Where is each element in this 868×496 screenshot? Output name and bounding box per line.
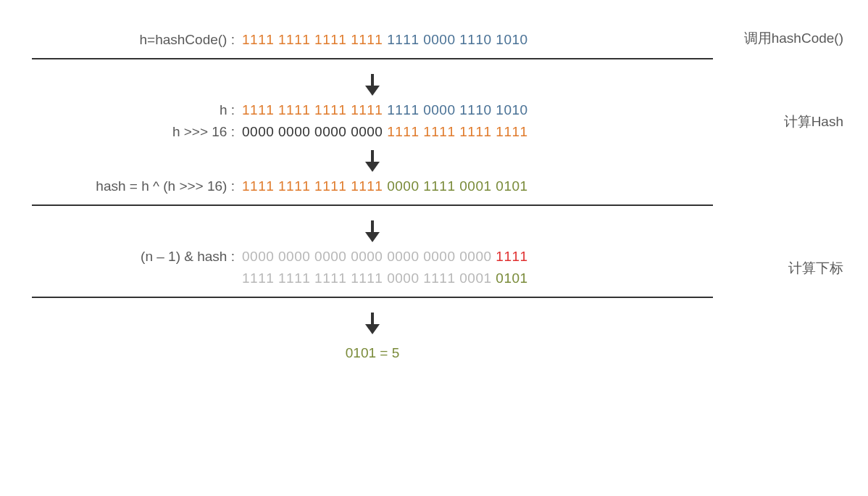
step2-h-bits-hi: 1111 1111 1111 1111 [242,102,387,117]
step4-hash-row: 1111 1111 1111 1111 0000 1111 0001 0101 [17,268,851,289]
step1-bits-hi: 1111 1111 1111 1111 [242,32,387,47]
step4-label: (n – 1) & hash : [17,249,242,265]
step4-n1-bits: 0000 0000 0000 0000 0000 0000 0000 1111 [242,249,528,265]
arrow-down-icon [371,220,374,235]
step2-h-bits-lo: 1111 0000 1110 1010 [387,102,527,117]
result-row: 0101 = 5 [32,338,713,361]
step2-h-label: h : [17,102,242,118]
step3-bits: 1111 1111 1111 1111 0000 1111 0001 0101 [242,178,528,194]
step4-n1-red: 1111 [496,249,527,264]
step4-side: 计算下标 [788,259,843,278]
step2-h-bits: 1111 1111 1111 1111 1111 0000 1110 1010 [242,102,528,118]
step3-label: hash = h ^ (h >>> 16) : [17,178,242,194]
arrow-3 [32,213,713,246]
step4-hash-gray: 1111 1111 1111 1111 0000 1111 0001 [242,270,496,286]
step4-hash-bits: 1111 1111 1111 1111 0000 1111 0001 0101 [242,270,528,286]
step1-row: h=hashCode() : 1111 1111 1111 1111 1111 … [17,29,851,51]
step4-n1-gray: 0000 0000 0000 0000 0000 0000 0000 [242,249,496,264]
step2-shift-label: h >>> 16 : [17,124,242,140]
step4-n1-row: (n – 1) & hash : 0000 0000 0000 0000 000… [17,246,851,268]
step1-side: 调用hashCode() [744,29,843,48]
step1-bits: 1111 1111 1111 1111 1111 0000 1110 1010 [242,32,528,48]
step2-side: 计算Hash [784,112,843,131]
step3-row: hash = h ^ (h >>> 16) : 1111 1111 1111 1… [17,175,851,197]
arrow-down-icon [371,313,374,327]
step4-hash-olive: 0101 [496,270,527,286]
step4-block: (n – 1) & hash : 0000 0000 0000 0000 000… [17,246,851,289]
step2-shift-bits-hi: 0000 0000 0000 0000 [242,124,387,139]
step2-shift-bits: 0000 0000 0000 0000 1111 1111 1111 1111 [242,124,528,140]
step2-shift-row: h >>> 16 : 0000 0000 0000 0000 1111 1111… [17,121,851,143]
divider-1 [32,58,713,59]
result-text: 0101 = 5 [346,345,400,360]
divider-2 [32,204,713,206]
arrow-1 [32,67,713,99]
step2-block: h : 1111 1111 1111 1111 1111 0000 1110 1… [17,99,851,143]
step1-bits-lo: 1111 0000 1110 1010 [387,32,527,47]
arrow-4 [32,305,713,338]
arrow-2 [32,143,713,175]
step3-bits-hi: 1111 1111 1111 1111 [242,178,387,194]
arrow-down-icon [371,150,374,165]
divider-3 [32,297,713,298]
step2-shift-bits-lo: 1111 1111 1111 1111 [387,124,527,139]
step1-label: h=hashCode() : [17,32,242,48]
step3-bits-lo: 0000 1111 0001 0101 [387,178,527,194]
hash-diagram: h=hashCode() : 1111 1111 1111 1111 1111 … [17,29,851,361]
step2-h-row: h : 1111 1111 1111 1111 1111 0000 1110 1… [17,99,851,121]
arrow-down-icon [371,74,374,88]
